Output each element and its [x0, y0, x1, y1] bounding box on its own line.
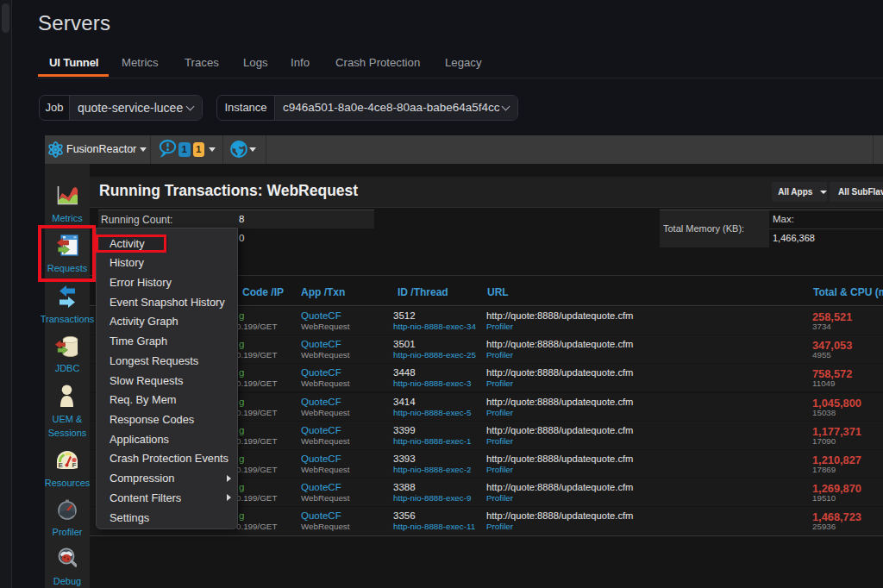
- svg-text:F: F: [72, 461, 77, 469]
- svg-text:E: E: [59, 461, 64, 469]
